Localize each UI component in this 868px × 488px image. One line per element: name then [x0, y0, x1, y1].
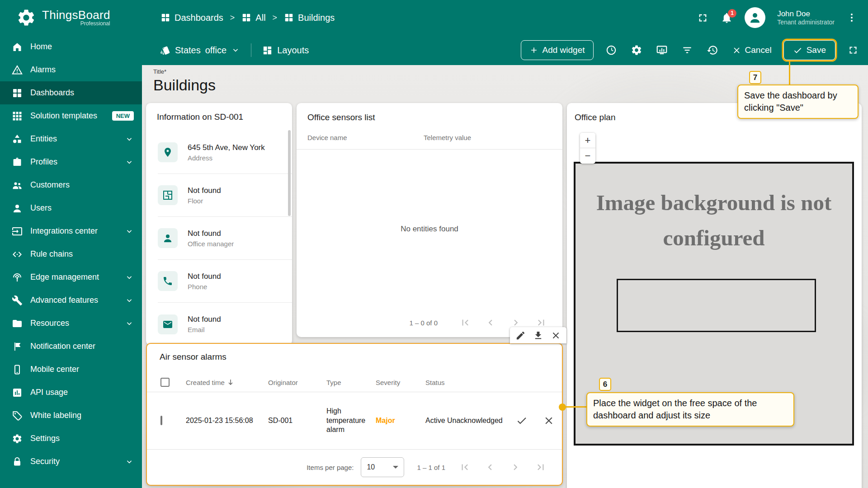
next-page-icon[interactable]: [509, 461, 521, 473]
breadcrumb-separator: >: [273, 13, 278, 23]
scrollbar-thumb[interactable]: [288, 130, 291, 216]
information-widget-title: Information on SD-001: [146, 103, 292, 131]
add-widget-button[interactable]: Add widget: [521, 40, 594, 60]
select-all-checkbox[interactable]: [160, 378, 170, 387]
sidebar-item-users[interactable]: Users: [0, 197, 142, 220]
gear-icon: [631, 44, 642, 56]
first-page-icon[interactable]: [459, 461, 471, 473]
sidebar-item-mobile-center[interactable]: Mobile center: [0, 358, 142, 381]
sidebar-item-entities[interactable]: Entities: [0, 127, 142, 150]
kebab-menu-icon[interactable]: [846, 12, 857, 23]
thingsboard-logo-icon: [16, 8, 36, 28]
avatar[interactable]: [745, 7, 765, 28]
sidebar-item-edge-management[interactable]: Edge management: [0, 266, 142, 289]
last-page-icon[interactable]: [535, 461, 547, 473]
information-widget[interactable]: Information on SD-001 645 5th Ave, New Y…: [146, 103, 292, 345]
sidebar-item-advanced-features[interactable]: Advanced features: [0, 289, 142, 312]
acknowledge-icon[interactable]: [516, 415, 528, 427]
sidebar-item-label: Profiles: [30, 157, 57, 167]
cancel-button[interactable]: Cancel: [730, 45, 774, 55]
sidebar-item-integrations-center[interactable]: Integrations center: [0, 220, 142, 243]
label-icon: [12, 410, 23, 421]
sidebar-item-home[interactable]: Home: [0, 35, 142, 58]
title-field-label: Title*: [153, 68, 216, 75]
wrench-icon: [12, 295, 23, 306]
clock-icon: [605, 44, 617, 56]
prev-page-icon[interactable]: [485, 317, 496, 328]
info-row-address: 645 5th Ave, New YorkAddress: [158, 131, 292, 174]
breadcrumb-item-all[interactable]: All: [241, 13, 265, 23]
sidebar-nav: HomeAlarmsDashboardsSolution templatesNE…: [0, 35, 142, 488]
sidebar-item-label: Notification center: [30, 342, 95, 351]
dashboards-icon: [160, 13, 170, 23]
zoom-in-button[interactable]: +: [580, 133, 595, 148]
flag-icon: [12, 341, 23, 352]
states-label: States: [175, 45, 201, 56]
sidebar-item-resources[interactable]: Resources: [0, 312, 142, 335]
sidebar-item-rule-chains[interactable]: Rule chains: [0, 243, 142, 266]
row-checkbox[interactable]: [160, 416, 162, 425]
alarm-status: Active Unacknowledged: [425, 417, 503, 424]
briefcase-icon: [12, 157, 23, 168]
office-plan-widget[interactable]: Office plan + − Image background is not …: [567, 103, 862, 488]
timewindow-button[interactable]: [604, 42, 619, 58]
clear-alarm-icon[interactable]: [543, 415, 555, 427]
notifications-button[interactable]: 1: [721, 12, 733, 24]
download-widget-icon[interactable]: [533, 330, 543, 341]
states-selector[interactable]: States office: [160, 45, 240, 56]
user-name: John Doe: [777, 9, 835, 19]
save-button[interactable]: Save: [783, 40, 835, 60]
remove-widget-icon[interactable]: [551, 330, 561, 341]
sidebar-item-solution-templates[interactable]: Solution templatesNEW: [0, 104, 142, 127]
items-per-page-select[interactable]: 10: [361, 457, 404, 477]
states-value: office: [205, 45, 226, 56]
version-history-button[interactable]: [705, 42, 720, 58]
breadcrumb-item-dashboards[interactable]: Dashboards: [160, 13, 223, 23]
sensors-list-widget[interactable]: Office sensors list Device name Telemetr…: [297, 103, 562, 337]
alarm-created-time: 2025-01-23 15:56:08: [186, 417, 268, 425]
sidebar-item-api-usage[interactable]: API usage: [0, 381, 142, 404]
sidebar-item-label: Resources: [30, 319, 69, 328]
fullscreen-icon[interactable]: [697, 12, 709, 24]
sidebar-item-label: Integrations center: [30, 226, 98, 236]
dashboard-settings-button[interactable]: [629, 42, 644, 58]
history-icon: [707, 44, 718, 56]
sidebar-item-white-labeling[interactable]: White labeling: [0, 404, 142, 427]
edit-widget-icon[interactable]: [515, 330, 526, 341]
thingsboard-logo[interactable]: ThingsBoard Professional: [0, 8, 142, 28]
column-originator: Originator: [268, 379, 326, 386]
layouts-button[interactable]: Layouts: [262, 45, 309, 56]
sidebar-item-label: Customers: [30, 180, 70, 190]
sidebar-item-notification-center[interactable]: Notification center: [0, 335, 142, 358]
alarm-table-row[interactable]: 2025-01-23 15:56:08 SD-001 High temperat…: [147, 392, 562, 449]
info-row-value: 645 5th Ave, New York: [188, 143, 265, 152]
sidebar-item-alarms[interactable]: Alarms: [0, 58, 142, 81]
sidebar-item-settings[interactable]: Settings: [0, 427, 142, 450]
dashboard-canvas: Title* Buildings Information on SD-001 6…: [142, 65, 868, 488]
info-row-label: Email: [188, 326, 221, 333]
close-icon: [732, 46, 741, 55]
user-avatar-icon: [748, 11, 762, 24]
sidebar-item-dashboards[interactable]: Dashboards: [0, 81, 142, 104]
first-page-icon[interactable]: [459, 317, 471, 328]
integration-icon: [12, 226, 23, 237]
sidebar-item-customers[interactable]: Customers: [0, 174, 142, 197]
sidebar-item-label: White labeling: [30, 411, 81, 420]
breadcrumb-item-buildings[interactable]: Buildings: [284, 13, 335, 23]
check-icon: [793, 46, 802, 55]
sidebar-item-profiles[interactable]: Profiles: [0, 150, 142, 174]
people-icon: [12, 180, 23, 191]
expand-button[interactable]: [845, 42, 861, 58]
zoom-out-button[interactable]: −: [580, 148, 595, 164]
alarms-widget-title: Air sensor alarms: [147, 344, 562, 373]
empty-state-text: No entities found: [297, 150, 562, 308]
alarms-widget[interactable]: Air sensor alarms Created time Originato…: [146, 343, 563, 486]
prev-page-icon[interactable]: [484, 461, 496, 473]
sort-desc-icon[interactable]: [226, 378, 235, 386]
dashboard-title-input[interactable]: Buildings: [153, 76, 216, 94]
sidebar-item-security[interactable]: Security: [0, 450, 142, 473]
info-row-label: Phone: [188, 283, 221, 291]
manage-states-button[interactable]: [654, 42, 670, 58]
info-row-icon-box: [158, 228, 178, 248]
filters-button[interactable]: [679, 42, 695, 58]
